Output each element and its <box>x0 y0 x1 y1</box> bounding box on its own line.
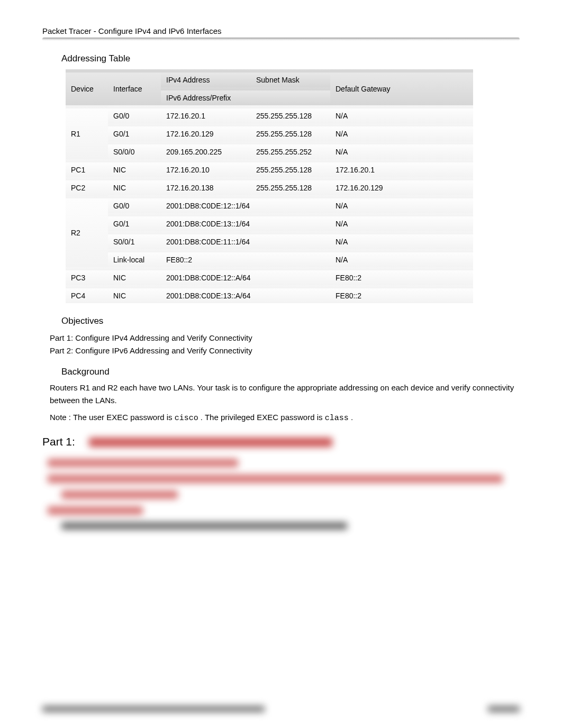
cell-device: R1 <box>66 105 108 159</box>
cell: N/A <box>330 213 473 231</box>
blurred-line <box>48 475 503 483</box>
col-ipv4: IPv4 Address <box>161 69 251 87</box>
cell-device: R2 <box>66 195 108 267</box>
background-text: Routers R1 and R2 each have two LANs. Yo… <box>50 381 520 407</box>
objectives-title: Objectives <box>61 316 520 326</box>
footer-right <box>488 706 520 712</box>
cell: 255.255.255.128 <box>251 105 330 123</box>
cell: 172.16.20.129 <box>330 177 473 195</box>
table-row: R1 G0/0 172.16.20.1 255.255.255.128 N/A <box>66 105 473 123</box>
cell: 172.16.20.129 <box>161 123 251 141</box>
cell: 2001:DB8:C0DE:12::A/64 <box>161 267 330 285</box>
note-mid: . The privileged EXEC password is <box>201 413 325 422</box>
cell: NIC <box>108 285 161 303</box>
cell: 255.255.255.128 <box>251 123 330 141</box>
cell: 2001:DB8:C0DE:11::1/64 <box>161 231 330 249</box>
col-device: Device <box>66 69 108 105</box>
cell: 2001:DB8:C0DE:13::A/64 <box>161 285 330 303</box>
cell: G0/0 <box>108 195 161 213</box>
blurred-heading <box>89 438 332 447</box>
objective-line: Part 2: Configure IPv6 Addressing and Ve… <box>50 344 520 357</box>
cell: 255.255.255.252 <box>251 141 330 159</box>
addressing-table-title: Addressing Table <box>61 53 520 64</box>
cell: N/A <box>330 105 473 123</box>
table-row: PC2 NIC 172.16.20.138 255.255.255.128 17… <box>66 177 473 195</box>
note-pw1: cisco <box>175 414 198 423</box>
cell: N/A <box>330 249 473 267</box>
footer-left <box>42 706 265 712</box>
note-end: . <box>351 413 353 422</box>
cell: S0/0/0 <box>108 141 161 159</box>
part1-label: Part 1: <box>42 435 520 448</box>
table-row: G0/1 2001:DB8:C0DE:13::1/64 N/A <box>66 213 473 231</box>
cell: G0/1 <box>108 213 161 231</box>
cell: 2001:DB8:C0DE:12::1/64 <box>161 195 330 213</box>
background-title: Background <box>61 367 520 377</box>
cell: 172.16.20.138 <box>161 177 251 195</box>
note-prefix: Note : The user EXEC password is <box>50 413 175 422</box>
header-divider <box>42 38 520 41</box>
cell: 255.255.255.128 <box>251 177 330 195</box>
cell: 172.16.20.10 <box>161 159 251 177</box>
cell: N/A <box>330 141 473 159</box>
cell: FE80::2 <box>161 249 330 267</box>
addressing-table: Device Interface IPv4 Address Subnet Mas… <box>66 69 473 303</box>
part1-text: Part 1: <box>42 435 75 448</box>
cell: Link-local <box>108 249 161 267</box>
blurred-line <box>61 522 347 530</box>
table-row: PC3 NIC 2001:DB8:C0DE:12::A/64 FE80::2 <box>66 267 473 285</box>
blurred-line <box>48 459 238 467</box>
cell: FE80::2 <box>330 267 473 285</box>
page-header: Packet Tracer - Configure IPv4 and IPv6 … <box>42 26 520 38</box>
cell: 2001:DB8:C0DE:13::1/64 <box>161 213 330 231</box>
cell-device: PC3 <box>66 267 108 285</box>
table-row: S0/0/0 209.165.200.225 255.255.255.252 N… <box>66 141 473 159</box>
objective-line: Part 1: Configure IPv4 Addressing and Ve… <box>50 332 520 344</box>
cell: FE80::2 <box>330 285 473 303</box>
cell: NIC <box>108 267 161 285</box>
table-row: PC4 NIC 2001:DB8:C0DE:13::A/64 FE80::2 <box>66 285 473 303</box>
table-row: PC1 NIC 172.16.20.10 255.255.255.128 172… <box>66 159 473 177</box>
cell: S0/0/1 <box>108 231 161 249</box>
col-subnet: Subnet Mask <box>251 69 330 87</box>
table-row: S0/0/1 2001:DB8:C0DE:11::1/64 N/A <box>66 231 473 249</box>
cell: 172.16.20.1 <box>330 159 473 177</box>
blurred-line <box>61 490 178 499</box>
cell: 209.165.200.225 <box>161 141 251 159</box>
cell: N/A <box>330 231 473 249</box>
cell: N/A <box>330 195 473 213</box>
cell: 172.16.20.1 <box>161 105 251 123</box>
blurred-content <box>42 459 520 530</box>
cell-device: PC4 <box>66 285 108 303</box>
cell: N/A <box>330 123 473 141</box>
footer-blurred <box>42 706 520 712</box>
cell: G0/0 <box>108 105 161 123</box>
table-row: R2 G0/0 2001:DB8:C0DE:12::1/64 N/A <box>66 195 473 213</box>
blurred-line <box>48 506 143 515</box>
cell-device: PC2 <box>66 177 108 195</box>
note-pw2: class <box>325 414 349 423</box>
cell-device: PC1 <box>66 159 108 177</box>
col-ipv6: IPv6 Address/Prefix <box>161 87 330 105</box>
note-line: Note : The user EXEC password is cisco .… <box>50 411 520 425</box>
table-row: G0/1 172.16.20.129 255.255.255.128 N/A <box>66 123 473 141</box>
cell: 255.255.255.128 <box>251 159 330 177</box>
cell: NIC <box>108 159 161 177</box>
col-gateway: Default Gateway <box>330 69 473 105</box>
table-row: Link-local FE80::2 N/A <box>66 249 473 267</box>
col-interface: Interface <box>108 69 161 105</box>
cell: G0/1 <box>108 123 161 141</box>
cell: NIC <box>108 177 161 195</box>
